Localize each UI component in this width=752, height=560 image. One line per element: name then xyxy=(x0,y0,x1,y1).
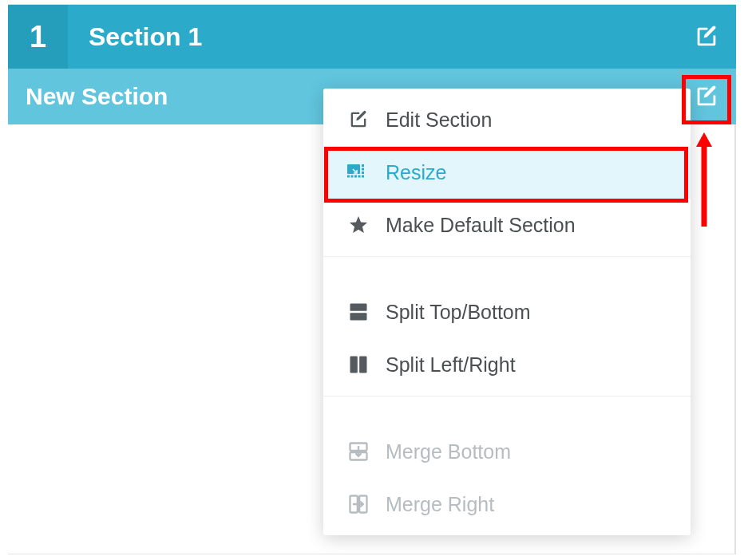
menu-item-label: Make Default Section xyxy=(386,214,576,237)
edit-icon xyxy=(693,23,720,50)
svg-rect-3 xyxy=(354,175,357,178)
menu-item-label: Resize xyxy=(386,161,446,184)
svg-rect-2 xyxy=(351,175,354,178)
subsection-title: New Section xyxy=(26,83,168,110)
svg-rect-8 xyxy=(362,164,364,167)
menu-item-merge-bottom[interactable]: Merge Bottom xyxy=(323,425,691,478)
section-editor-pane: 1 Section 1 New Section xyxy=(8,4,736,554)
edit-icon xyxy=(693,83,720,110)
section-context-menu: Edit Section Resize xyxy=(323,89,691,535)
menu-item-split-left-right[interactable]: Split Left/Right xyxy=(323,338,691,391)
section-number: 1 xyxy=(30,20,46,54)
svg-rect-5 xyxy=(362,175,364,178)
svg-rect-4 xyxy=(358,175,361,178)
menu-divider xyxy=(323,396,691,396)
menu-item-resize[interactable]: Resize xyxy=(323,146,691,199)
svg-rect-12 xyxy=(359,357,366,373)
menu-item-label: Edit Section xyxy=(386,108,492,132)
merge-right-icon xyxy=(346,491,371,517)
menu-item-label: Split Left/Right xyxy=(386,353,516,377)
split-horizontal-icon xyxy=(346,299,371,325)
section-number-box: 1 xyxy=(8,5,68,69)
svg-rect-10 xyxy=(350,313,367,320)
section-title: Section 1 xyxy=(89,22,202,52)
svg-rect-11 xyxy=(350,357,358,373)
menu-spacer xyxy=(323,401,691,425)
menu-item-make-default[interactable]: Make Default Section xyxy=(323,199,691,251)
menu-item-split-top-bottom[interactable]: Split Top/Bottom xyxy=(323,286,691,338)
edit-subsection-button[interactable] xyxy=(691,81,722,112)
star-icon xyxy=(346,212,371,238)
split-vertical-icon xyxy=(346,352,371,377)
svg-rect-1 xyxy=(347,175,350,178)
menu-divider xyxy=(323,256,691,257)
section-header: 1 Section 1 xyxy=(8,5,736,69)
svg-rect-6 xyxy=(362,172,364,174)
merge-bottom-icon xyxy=(346,439,371,464)
svg-rect-7 xyxy=(362,168,364,171)
edit-icon xyxy=(346,107,371,132)
svg-rect-9 xyxy=(350,304,367,311)
menu-item-label: Merge Bottom xyxy=(386,440,511,463)
menu-item-label: Merge Right xyxy=(386,493,494,516)
menu-item-edit-section[interactable]: Edit Section xyxy=(323,93,691,146)
resize-icon xyxy=(346,160,371,185)
menu-item-label: Split Top/Bottom xyxy=(386,301,531,324)
menu-spacer xyxy=(323,262,691,286)
edit-section-header-button[interactable] xyxy=(691,22,722,52)
menu-item-merge-right[interactable]: Merge Right xyxy=(323,478,691,530)
